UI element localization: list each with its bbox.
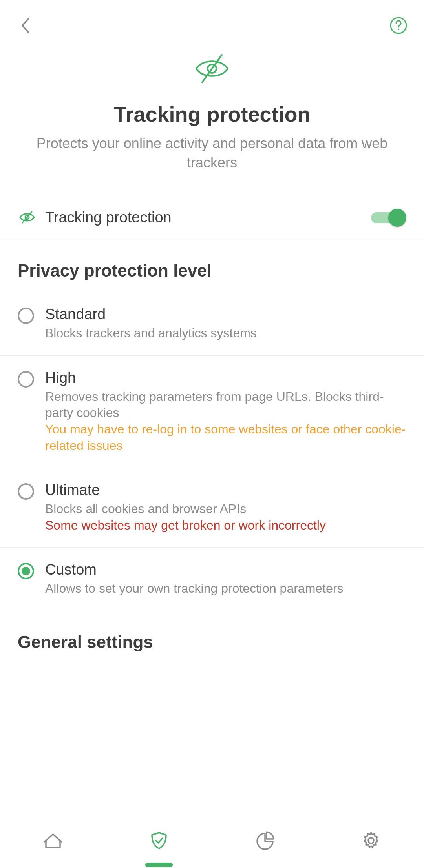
option-ultimate[interactable]: Ultimate Blocks all cookies and browser … [0, 468, 424, 548]
option-description: Removes tracking parameters from page UR… [45, 389, 406, 421]
section-title-privacy-level: Privacy protection level [0, 239, 424, 292]
page-subtitle: Protects your online activity and person… [24, 134, 400, 172]
nav-settings[interactable] [318, 813, 424, 868]
help-icon [389, 16, 408, 35]
section-title-general-settings: General settings [0, 611, 424, 664]
option-high[interactable]: High Removes tracking parameters from pa… [0, 356, 424, 468]
help-button[interactable] [389, 16, 408, 35]
option-title: High [45, 369, 406, 386]
option-title: Custom [45, 561, 406, 578]
option-standard[interactable]: Standard Blocks trackers and analytics s… [0, 292, 424, 356]
option-warning: You may have to re-log in to some websit… [45, 421, 406, 454]
tracking-protection-toggle-row[interactable]: Tracking protection [0, 196, 424, 239]
radio-button[interactable] [18, 308, 34, 324]
chevron-left-icon [20, 17, 31, 34]
svg-line-3 [202, 55, 222, 82]
option-description: Blocks all cookies and browser APIs [45, 501, 406, 517]
top-bar [0, 0, 424, 39]
nav-home[interactable] [0, 813, 106, 868]
toggle-label: Tracking protection [41, 209, 371, 226]
radio-button[interactable] [18, 371, 34, 388]
option-description: Allows to set your own tracking protecti… [45, 580, 406, 597]
eye-slash-icon [18, 208, 41, 227]
radio-button[interactable] [18, 483, 34, 500]
pie-chart-icon [255, 830, 275, 851]
svg-point-1 [398, 29, 399, 30]
nav-stats[interactable] [212, 813, 318, 868]
gear-icon [361, 830, 381, 851]
hero: Tracking protection Protects your online… [0, 39, 424, 196]
eye-slash-icon [190, 47, 234, 90]
nav-protection[interactable] [106, 813, 212, 868]
option-warning: Some websites may get broken or work inc… [45, 517, 406, 534]
page-title: Tracking protection [24, 102, 400, 126]
tracking-protection-switch[interactable] [371, 207, 406, 227]
option-title: Ultimate [45, 482, 406, 499]
nav-active-indicator [145, 863, 173, 867]
home-icon [43, 830, 63, 851]
svg-point-6 [368, 838, 374, 843]
shield-check-icon [149, 830, 169, 851]
option-title: Standard [45, 306, 406, 323]
tracking-protection-hero-icon [24, 47, 400, 90]
bottom-nav [0, 813, 424, 868]
option-description: Blocks trackers and analytics systems [45, 325, 406, 342]
radio-button[interactable] [18, 563, 34, 579]
back-button[interactable] [16, 16, 35, 35]
option-custom[interactable]: Custom Allows to set your own tracking p… [0, 548, 424, 611]
